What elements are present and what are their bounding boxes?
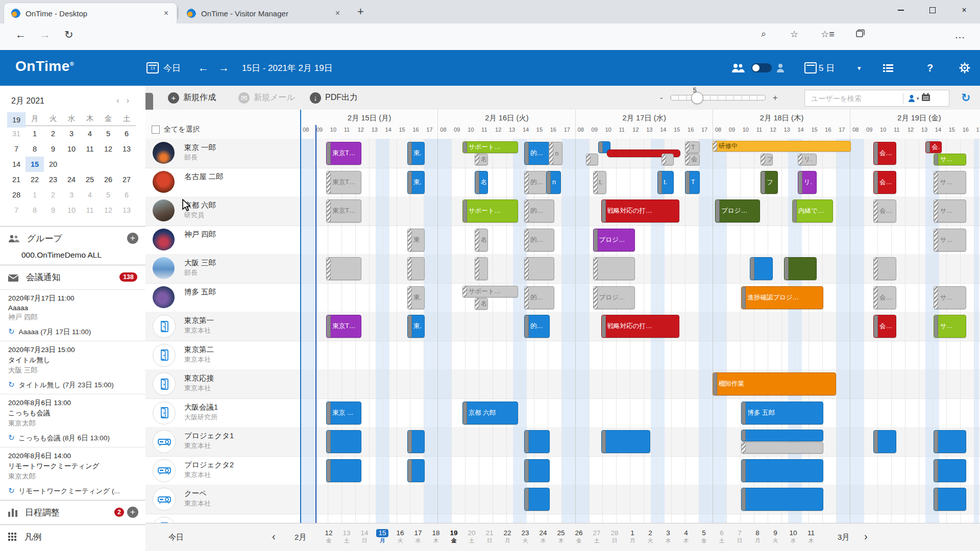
calendar-day-cell[interactable]: 9 [44,141,62,157]
sidebar-group-section[interactable]: グループ + [0,227,145,251]
new-event-button[interactable]: +新規作成 [168,86,216,110]
event-block[interactable]: 名 [475,229,488,252]
bottom-date-cell[interactable]: 2火 [642,529,659,543]
event-block[interactable] [601,430,650,453]
event-block[interactable]: プロジ… [593,229,635,252]
calendar-day-cell[interactable]: 6 [117,126,136,141]
event-block[interactable]: 的… [524,286,554,309]
event-block[interactable]: サポート… [462,286,519,297]
bottom-date-cell[interactable]: 19金 [445,529,462,543]
calendar-day-cell[interactable]: 27 [117,172,136,187]
calendar-next-icon[interactable]: › [127,96,136,105]
new-tab-button[interactable]: + [357,5,364,18]
slider-thumb[interactable] [691,92,703,104]
bottom-date-cell[interactable]: 1月 [624,529,641,543]
event-block[interactable]: t, [593,171,606,194]
event-block[interactable] [586,154,598,165]
event-block[interactable] [475,257,488,280]
calendar-day-cell[interactable]: 19 [7,112,26,128]
select-all[interactable]: 全てを選択 [152,125,200,134]
bottom-date-cell[interactable]: 14日 [356,529,373,543]
help-icon[interactable]: ? [927,50,933,86]
calendar-day-cell[interactable]: 10 [62,141,81,157]
event-block[interactable]: 東. [407,142,425,165]
calendar-day-cell[interactable]: 22 [26,172,44,187]
bottom-date-cell[interactable]: 3水 [659,529,677,543]
calendar-day-cell[interactable]: 21 [7,172,26,187]
event-block[interactable]: 東. [407,286,425,309]
tab-ontime-visitor-manager[interactable]: OnTime - Visitor Manager × [180,3,348,23]
notice-item[interactable]: 2020年7月17日 11:00Aaaaa神戸 四郎 [0,289,145,324]
event-block[interactable]: 会. [925,141,942,153]
bottom-date-cell[interactable]: 5金 [695,529,713,543]
event-block[interactable]: n [549,142,562,165]
calendar-day-cell[interactable]: 3 [62,187,81,203]
event-block[interactable] [741,488,823,511]
event-block[interactable]: フ [761,154,773,165]
calendar-day-cell[interactable]: 5 [99,187,117,203]
calendar-day-cell[interactable]: 2 [44,126,62,141]
event-block[interactable]: 進捗確認プロジ… [741,286,823,309]
event-block[interactable] [934,459,966,482]
calendar-day-cell[interactable]: 1 [26,187,44,203]
bottom-date-cell[interactable]: 13土 [338,529,355,543]
refresh-schedule-icon[interactable]: ↻ [961,86,970,110]
calendar-day-cell[interactable]: 3 [62,126,81,141]
group-name[interactable]: 000.OnTimeDemo ALL [0,251,145,265]
people-resource-toggle[interactable] [751,50,772,86]
calendar-day-cell[interactable]: 10 [62,203,81,218]
event-block[interactable] [524,459,550,482]
event-block[interactable]: サ… [934,229,966,252]
bottom-date-cell[interactable]: 12金 [320,529,337,543]
event-block[interactable]: サ… [934,315,966,338]
add-schedule-adjust-icon[interactable]: + [127,507,138,518]
calendar-day-cell[interactable]: 4 [81,187,99,203]
new-mail-button[interactable]: ✉新規メール [238,86,295,110]
event-block[interactable]: 名 [475,154,488,165]
list-view-icon[interactable] [883,50,893,86]
bottom-date-cell[interactable]: 10水 [785,529,802,543]
event-block[interactable]: 会… [873,171,896,194]
event-block[interactable]: 的… [524,229,554,252]
bottom-date-cell[interactable]: 27土 [588,529,605,543]
favorites-star-icon[interactable]: ☆ [790,29,798,40]
calendar-day-cell[interactable]: 4 [81,126,99,141]
bottom-date-cell[interactable]: 18木 [427,529,445,543]
calendar-day-cell[interactable]: 11 [81,141,99,157]
event-block[interactable]: n [546,171,561,194]
calendar-day-cell[interactable]: 8 [26,203,44,218]
favorites-hub-icon[interactable]: ☆≡ [821,29,835,40]
event-block[interactable]: 博多 五郎 [741,402,823,424]
gear-icon[interactable] [959,50,971,86]
calendar-day-cell[interactable]: 15 [26,157,44,172]
calendar-day-cell[interactable]: 13 [117,203,136,218]
bottom-date-cell[interactable]: 4木 [677,529,695,543]
event-block[interactable] [741,459,823,482]
bottom-today-button[interactable]: 今日 [168,533,184,542]
select-all-checkbox[interactable] [152,126,160,134]
close-button[interactable]: × [948,0,980,20]
event-block[interactable]: 東 [407,229,425,252]
bottom-date-cell[interactable]: 22月 [499,529,516,543]
calendar-day-cell[interactable]: 9 [44,203,62,218]
bottom-date-cell[interactable]: 8月 [749,529,766,543]
sidebar-schedule-adjust[interactable]: 日程調整 2 + [0,500,145,524]
event-block[interactable] [524,430,550,453]
event-block[interactable] [524,257,554,280]
event-block[interactable] [784,257,817,280]
bottom-next-icon[interactable]: › [864,531,868,542]
event-block[interactable] [524,488,550,511]
bottom-date-cell[interactable]: 15月 [374,529,391,543]
back-icon[interactable]: ← [15,29,26,41]
user-search-input[interactable] [810,94,899,103]
calendar-day-cell[interactable]: 25 [81,172,99,187]
toggle-switch[interactable] [751,63,772,72]
event-block[interactable]: 会… [873,286,896,309]
event-block[interactable]: 棚卸作業 [713,372,836,395]
event-block[interactable]: 東. [407,171,425,194]
event-block[interactable]: サ… [934,286,966,309]
event-block[interactable]: サ… [934,171,966,194]
notice-reschedule-link[interactable]: ↻Aaaaa (7月 17日 11:00) [0,324,145,341]
event-block[interactable]: 内緒で… [792,199,833,222]
zoom-search-icon[interactable]: ⌕ [761,29,766,39]
